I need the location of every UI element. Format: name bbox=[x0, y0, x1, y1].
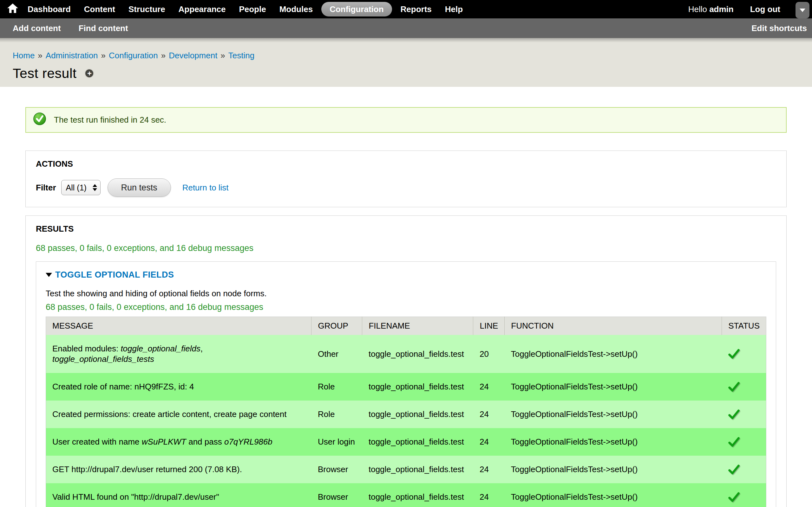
toolbar-item-configuration[interactable]: Configuration bbox=[321, 2, 392, 16]
cell-line: 20 bbox=[473, 335, 505, 373]
cell-function: ToggleOptionalFieldsTest->setUp() bbox=[505, 373, 722, 400]
actions-legend: ACTIONS bbox=[36, 159, 776, 169]
message-emphasis: toggle_optional_fields_tests bbox=[52, 354, 154, 364]
results-summary: 68 passes, 0 fails, 0 exceptions, and 16… bbox=[36, 243, 776, 253]
message-emphasis: o7qYRL986b bbox=[224, 437, 272, 447]
cell-status bbox=[722, 373, 766, 400]
column-header-function: FUNCTION bbox=[505, 317, 722, 335]
breadcrumb-separator: » bbox=[220, 51, 225, 60]
test-group-summary: 68 passes, 0 fails, 0 exceptions, and 16… bbox=[46, 302, 766, 312]
test-group-toggle[interactable]: TOGGLE OPTIONAL FIELDS bbox=[46, 270, 766, 280]
results-table-header-row: MESSAGEGROUPFILENAMELINEFUNCTIONSTATUS bbox=[46, 317, 766, 335]
toolbar-item-help[interactable]: Help bbox=[438, 0, 469, 18]
cell-filename: toggle_optional_fields.test bbox=[362, 483, 473, 507]
checkmark-icon bbox=[728, 437, 760, 447]
column-header-message: MESSAGE bbox=[46, 317, 311, 335]
message-emphasis: wSuPLKWT bbox=[142, 437, 186, 447]
table-row: GET http://drupal7.dev/user returned 200… bbox=[46, 456, 766, 483]
column-header-filename: FILENAME bbox=[362, 317, 473, 335]
home-icon bbox=[6, 2, 19, 17]
cell-function: ToggleOptionalFieldsTest->setUp() bbox=[505, 456, 722, 483]
logout-link[interactable]: Log out bbox=[742, 4, 789, 14]
cell-status bbox=[722, 483, 766, 507]
cell-group: Browser bbox=[311, 456, 362, 483]
test-group-title: TOGGLE OPTIONAL FIELDS bbox=[55, 270, 174, 280]
checkmark-icon bbox=[728, 349, 760, 359]
cell-group: Role bbox=[311, 400, 362, 428]
home-button[interactable] bbox=[4, 0, 21, 18]
cell-message: Enabled modules: toggle_optional_fields,… bbox=[46, 335, 311, 373]
shortcut-bar: Add contentFind content Edit shortcuts bbox=[0, 18, 812, 38]
checkmark-icon bbox=[728, 464, 760, 475]
chevron-down-icon bbox=[800, 9, 805, 12]
shortcut-find-content[interactable]: Find content bbox=[79, 23, 128, 33]
cell-filename: toggle_optional_fields.test bbox=[362, 456, 473, 483]
cell-group: User login bbox=[311, 428, 362, 456]
cell-message: User created with name wSuPLKWT and pass… bbox=[46, 428, 311, 456]
toolbar-right: Hello admin Log out bbox=[680, 4, 808, 14]
success-check-icon bbox=[33, 112, 46, 128]
toolbar-item-dashboard[interactable]: Dashboard bbox=[21, 0, 78, 18]
toolbar-username: admin bbox=[709, 4, 734, 14]
shortcut-links: Add contentFind content bbox=[13, 23, 146, 33]
breadcrumb-link-testing[interactable]: Testing bbox=[229, 51, 254, 60]
breadcrumb-link-home[interactable]: Home bbox=[13, 51, 35, 60]
breadcrumb-link-configuration[interactable]: Configuration bbox=[109, 51, 158, 60]
test-group-description: Test the showing and hiding of optional … bbox=[46, 289, 766, 298]
toolbar-menu: DashboardContentStructureAppearancePeopl… bbox=[21, 0, 469, 18]
return-to-list-link[interactable]: Return to list bbox=[183, 183, 229, 193]
main-content: The test run finished in 24 sec. ACTIONS… bbox=[0, 107, 812, 507]
toolbar-item-people[interactable]: People bbox=[232, 0, 272, 18]
breadcrumb-link-development[interactable]: Development bbox=[169, 51, 217, 60]
filter-select[interactable]: All (1) bbox=[61, 180, 101, 195]
edit-shortcuts-link[interactable]: Edit shortcuts bbox=[751, 23, 807, 33]
cell-status bbox=[722, 428, 766, 456]
cell-status bbox=[722, 456, 766, 483]
filter-select-value: All (1) bbox=[66, 183, 87, 192]
table-row: Created role of name: nHQ9fFZS, id: 4Rol… bbox=[46, 373, 766, 400]
column-header-status: STATUS bbox=[722, 317, 766, 335]
toolbar-greeting: Hello admin bbox=[680, 4, 742, 14]
status-message-text: The test run finished in 24 sec. bbox=[54, 115, 166, 125]
cell-function: ToggleOptionalFieldsTest->setUp() bbox=[505, 428, 722, 456]
select-arrows-icon bbox=[93, 184, 97, 191]
contextual-links-icon[interactable]: + bbox=[85, 69, 94, 78]
results-table: MESSAGEGROUPFILENAMELINEFUNCTIONSTATUS E… bbox=[46, 317, 766, 507]
toolbar-drawer-toggle[interactable] bbox=[796, 2, 809, 18]
cell-line: 24 bbox=[473, 483, 505, 507]
actions-fieldset: ACTIONS Filter All (1) Run tests Return … bbox=[26, 151, 786, 207]
results-legend: RESULTS bbox=[36, 224, 776, 234]
breadcrumb-link-administration[interactable]: Administration bbox=[46, 51, 98, 60]
breadcrumb: Home»Administration»Configuration»Develo… bbox=[13, 51, 799, 60]
results-table-body: Enabled modules: toggle_optional_fields,… bbox=[46, 335, 766, 507]
cell-message: GET http://drupal7.dev/user returned 200… bbox=[46, 456, 311, 483]
toolbar-item-modules[interactable]: Modules bbox=[273, 0, 319, 18]
checkmark-icon bbox=[728, 492, 760, 502]
cell-filename: toggle_optional_fields.test bbox=[362, 335, 473, 373]
column-header-line: LINE bbox=[473, 317, 505, 335]
toolbar-item-structure[interactable]: Structure bbox=[122, 0, 172, 18]
cell-line: 24 bbox=[473, 400, 505, 428]
cell-message: Created permissions: create article cont… bbox=[46, 400, 311, 428]
breadcrumb-separator: » bbox=[38, 51, 42, 60]
status-message: The test run finished in 24 sec. bbox=[26, 107, 786, 133]
cell-filename: toggle_optional_fields.test bbox=[362, 428, 473, 456]
shortcut-add-content[interactable]: Add content bbox=[13, 23, 61, 33]
cell-message: Created role of name: nHQ9fFZS, id: 4 bbox=[46, 373, 311, 400]
collapse-triangle-icon bbox=[46, 273, 52, 277]
page-banner: Home»Administration»Configuration»Develo… bbox=[0, 38, 812, 87]
table-row: Created permissions: create article cont… bbox=[46, 400, 766, 428]
cell-message: Valid HTML found on "http://drupal7.dev/… bbox=[46, 483, 311, 507]
cell-group: Role bbox=[311, 373, 362, 400]
table-row: Enabled modules: toggle_optional_fields,… bbox=[46, 335, 766, 373]
cell-status bbox=[722, 400, 766, 428]
toolbar-item-content[interactable]: Content bbox=[78, 0, 122, 18]
checkmark-icon bbox=[728, 409, 760, 419]
toolbar-item-reports[interactable]: Reports bbox=[394, 0, 438, 18]
cell-status bbox=[722, 335, 766, 373]
run-tests-button[interactable]: Run tests bbox=[107, 178, 171, 197]
page-title: Test result bbox=[13, 66, 77, 81]
test-group-fieldset: TOGGLE OPTIONAL FIELDS Test the showing … bbox=[36, 262, 776, 507]
checkmark-icon bbox=[728, 382, 760, 392]
toolbar-item-appearance[interactable]: Appearance bbox=[172, 0, 233, 18]
